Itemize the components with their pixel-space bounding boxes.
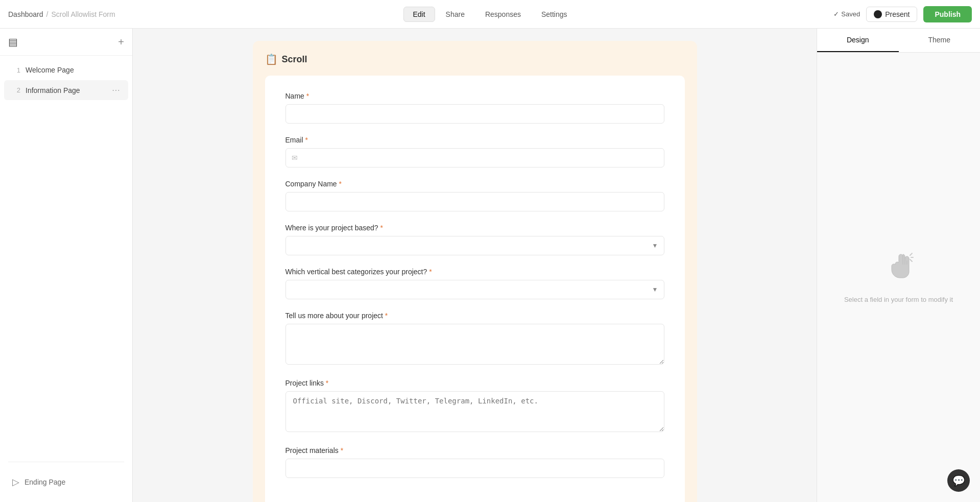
main-layout: ▤ + 1 Welcome Page 2 Information Page ⋯ … — [0, 29, 980, 502]
svg-line-0 — [910, 253, 912, 255]
sidebar-bottom: ▷ Ending Page — [0, 466, 132, 502]
sidebar-divider — [8, 462, 124, 462]
email-icon: ✉ — [292, 154, 298, 162]
canvas-area: 📋 Scroll Name * Email * ✉ — [133, 29, 817, 502]
label-project-about: Tell us more about your project * — [285, 312, 664, 320]
sidebar-item-information-page[interactable]: 2 Information Page ⋯ — [4, 80, 128, 100]
required-links: * — [326, 379, 328, 387]
sidebar-item-welcome-page[interactable]: 1 Welcome Page — [4, 61, 128, 79]
input-company[interactable] — [285, 192, 664, 211]
input-project-materials[interactable] — [285, 459, 664, 478]
required-location: * — [380, 224, 383, 232]
field-project-links: Project links * — [285, 379, 664, 434]
welcome-page-label: Welcome Page — [26, 66, 120, 74]
label-project-location: Where is your project based? * — [285, 224, 664, 232]
label-vertical: Which vertical best categorizes your pro… — [285, 268, 664, 276]
field-project-materials: Project materials * — [285, 446, 664, 478]
right-panel-tabs: Design Theme — [817, 29, 980, 53]
required-company: * — [339, 180, 342, 188]
information-page-label: Information Page — [26, 86, 107, 94]
panel-hint: Select a field in your form to modify it — [844, 296, 953, 303]
add-page-button[interactable]: + — [118, 36, 124, 48]
chat-bubble[interactable]: 💬 — [947, 469, 970, 492]
pages-icon: ▤ — [8, 36, 18, 48]
input-name[interactable] — [285, 104, 664, 124]
saved-badge: ✓ Saved — [833, 10, 860, 18]
required-about: * — [385, 312, 388, 320]
required-materials: * — [341, 446, 343, 455]
select-vertical[interactable] — [285, 280, 664, 299]
check-icon: ✓ — [833, 10, 839, 18]
sidebar-pages: 1 Welcome Page 2 Information Page ⋯ — [0, 56, 132, 458]
form-logo: 📋 Scroll — [265, 53, 685, 65]
dashboard-link[interactable]: Dashboard — [8, 10, 43, 18]
tab-share[interactable]: Share — [436, 7, 474, 22]
textarea-project-links[interactable] — [285, 391, 664, 432]
present-icon — [874, 10, 882, 18]
right-panel-body: Select a field in your form to modify it — [817, 53, 980, 502]
label-project-links: Project links * — [285, 379, 664, 387]
present-label: Present — [885, 10, 910, 18]
field-company: Company Name * — [285, 180, 664, 211]
nav-tabs: Edit Share Responses Settings — [403, 7, 577, 22]
publish-button[interactable]: Publish — [923, 6, 972, 22]
logo-text: Scroll — [282, 54, 307, 65]
select-vertical-wrapper: ▼ — [285, 280, 664, 299]
saved-label: Saved — [841, 10, 860, 18]
nav-right: ✓ Saved Present Publish — [833, 6, 972, 22]
ending-icon: ▷ — [12, 476, 19, 488]
select-location-wrapper: ▼ — [285, 236, 664, 255]
field-email: Email * ✉ — [285, 136, 664, 168]
hand-icon — [883, 251, 914, 288]
label-company: Company Name * — [285, 180, 664, 188]
navbar: Dashboard / Scroll Allowlist Form Edit S… — [0, 0, 980, 29]
field-vertical: Which vertical best categorizes your pro… — [285, 268, 664, 299]
form-inner: Name * Email * ✉ C — [265, 76, 685, 502]
label-email: Email * — [285, 136, 664, 144]
email-input-wrapper: ✉ — [285, 148, 664, 168]
field-project-about: Tell us more about your project * — [285, 312, 664, 367]
svg-line-2 — [910, 259, 912, 261]
select-location[interactable] — [285, 236, 664, 255]
field-project-location: Where is your project based? * ▼ — [285, 224, 664, 255]
tab-theme[interactable]: Theme — [899, 29, 981, 52]
textarea-project-about[interactable] — [285, 324, 664, 365]
required-vertical: * — [429, 268, 432, 276]
present-button[interactable]: Present — [866, 7, 917, 22]
page-num-1: 1 — [12, 66, 20, 74]
ending-page-label: Ending Page — [25, 478, 65, 486]
input-email[interactable] — [285, 148, 664, 168]
page-more-button[interactable]: ⋯ — [112, 85, 120, 95]
sidebar-header: ▤ + — [0, 29, 132, 56]
label-name: Name * — [285, 92, 664, 100]
sidebar: ▤ + 1 Welcome Page 2 Information Page ⋯ … — [0, 29, 133, 502]
field-name: Name * — [285, 92, 664, 124]
breadcrumb: Dashboard / Scroll Allowlist Form — [8, 10, 115, 18]
tab-design[interactable]: Design — [817, 29, 899, 52]
breadcrumb-separator: / — [46, 10, 49, 18]
form-outer: 📋 Scroll Name * Email * ✉ — [253, 41, 697, 502]
form-name: Scroll Allowlist Form — [51, 10, 115, 18]
tab-edit[interactable]: Edit — [403, 7, 435, 22]
chat-icon: 💬 — [952, 474, 965, 487]
required-name: * — [306, 92, 309, 100]
tab-settings[interactable]: Settings — [532, 7, 577, 22]
sidebar-item-ending[interactable]: ▷ Ending Page — [4, 471, 128, 493]
required-email: * — [305, 136, 307, 144]
label-project-materials: Project materials * — [285, 446, 664, 455]
tab-responses[interactable]: Responses — [475, 7, 531, 22]
right-panel: Design Theme Select a field in your form… — [817, 29, 980, 502]
logo-icon: 📋 — [265, 53, 278, 65]
page-num-2: 2 — [12, 86, 20, 94]
